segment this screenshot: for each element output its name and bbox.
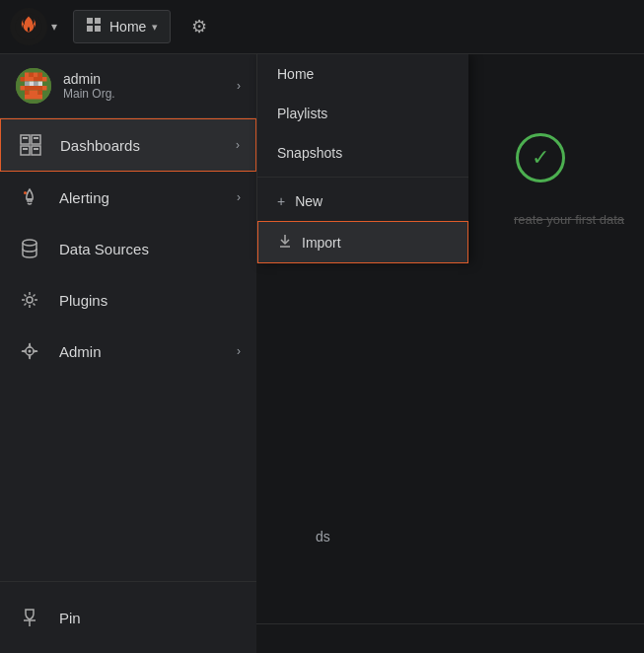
admin-icon xyxy=(16,337,43,365)
svg-rect-9 xyxy=(38,73,43,78)
submenu-import-label: Import xyxy=(302,235,341,251)
svg-rect-11 xyxy=(25,77,34,82)
svg-rect-4 xyxy=(95,26,101,32)
svg-rect-16 xyxy=(34,82,38,87)
dashboards-submenu: Home Playlists Snapshots + New Import xyxy=(256,54,468,263)
user-name: admin xyxy=(63,71,237,87)
svg-line-44 xyxy=(25,304,27,306)
svg-rect-14 xyxy=(25,82,30,87)
check-circle: ✓ xyxy=(516,133,565,182)
submenu-item-home[interactable]: Home xyxy=(257,54,468,94)
svg-rect-30 xyxy=(23,148,28,150)
sidebar-dashboards-arrow: › xyxy=(236,138,240,152)
submenu-item-snapshots[interactable]: Snapshots xyxy=(257,133,468,173)
settings-icon: ⚙ xyxy=(191,16,207,37)
svg-rect-34 xyxy=(24,191,27,194)
sidebar-item-alerting[interactable]: Alerting › xyxy=(0,172,256,223)
svg-rect-27 xyxy=(32,135,40,144)
svg-line-41 xyxy=(25,295,27,297)
sidebar-item-alerting-label: Alerting xyxy=(59,189,109,206)
content-ds-label: ds xyxy=(316,529,330,544)
svg-rect-31 xyxy=(34,137,38,139)
home-dropdown-arrow: ▾ xyxy=(152,21,158,34)
import-download-icon xyxy=(278,234,292,251)
svg-line-42 xyxy=(34,304,36,306)
sidebar-item-dashboards-label: Dashboards xyxy=(60,137,140,154)
alerting-icon xyxy=(16,183,43,211)
sidebar-item-datasources[interactable]: Data Sources xyxy=(0,223,256,274)
user-info: admin Main Org. xyxy=(63,71,237,101)
svg-rect-7 xyxy=(30,73,35,78)
submenu-home-label: Home xyxy=(277,66,314,82)
svg-rect-33 xyxy=(28,199,32,201)
sidebar-item-datasources-label: Data Sources xyxy=(59,241,149,257)
svg-rect-28 xyxy=(32,146,40,155)
svg-rect-15 xyxy=(30,82,35,87)
settings-button[interactable]: ⚙ xyxy=(180,8,218,45)
submenu-playlists-label: Playlists xyxy=(277,106,327,121)
pin-icon xyxy=(16,604,43,631)
svg-rect-32 xyxy=(34,148,38,150)
submenu-new-label: New xyxy=(295,193,322,209)
svg-rect-3 xyxy=(87,26,93,32)
svg-rect-8 xyxy=(34,73,38,78)
sidebar-item-plugins[interactable]: Plugins xyxy=(0,274,256,326)
svg-rect-20 xyxy=(42,86,47,91)
submenu-item-playlists[interactable]: Playlists xyxy=(257,94,468,133)
plugins-icon xyxy=(16,286,43,314)
new-plus-icon: + xyxy=(277,193,285,209)
svg-rect-29 xyxy=(23,137,28,139)
sidebar-item-pin[interactable]: Pin xyxy=(0,592,256,643)
svg-rect-19 xyxy=(25,86,42,91)
svg-line-43 xyxy=(34,295,36,297)
sidebar-item-admin[interactable]: Admin › xyxy=(0,326,256,377)
user-arrow: › xyxy=(237,79,241,93)
sidebar-admin-arrow: › xyxy=(237,344,241,358)
svg-rect-23 xyxy=(38,91,43,96)
sidebar-item-plugins-label: Plugins xyxy=(59,292,107,309)
user-org: Main Org. xyxy=(63,87,237,101)
dashboards-icon xyxy=(17,131,44,159)
submenu-snapshots-label: Snapshots xyxy=(277,145,342,161)
grafana-logo[interactable] xyxy=(10,8,47,45)
svg-rect-17 xyxy=(38,82,43,87)
home-label: Home xyxy=(109,19,146,35)
svg-rect-12 xyxy=(34,77,42,82)
svg-rect-24 xyxy=(25,95,42,100)
svg-point-36 xyxy=(27,297,33,303)
user-section[interactable]: admin Main Org. › xyxy=(0,54,256,118)
sidebar-footer: Pin xyxy=(0,581,256,653)
sidebar-item-dashboards[interactable]: Dashboards › xyxy=(0,118,256,172)
sidebar-item-pin-label: Pin xyxy=(59,610,81,626)
home-button[interactable]: Home ▾ xyxy=(73,10,171,43)
svg-rect-10 xyxy=(21,77,26,82)
avatar xyxy=(16,68,51,104)
svg-rect-2 xyxy=(95,18,101,24)
content-hint-text: reate your first data xyxy=(514,212,624,227)
home-grid-icon xyxy=(86,17,102,36)
navbar: ▾ Home ▾ ⚙ xyxy=(0,0,644,54)
svg-rect-25 xyxy=(21,135,30,144)
sidebar-alerting-arrow: › xyxy=(237,190,241,204)
logo-dropdown-arrow[interactable]: ▾ xyxy=(51,20,57,34)
svg-rect-1 xyxy=(87,18,93,24)
sidebar-item-admin-label: Admin xyxy=(59,343,102,360)
svg-rect-26 xyxy=(21,146,30,155)
datasources-icon xyxy=(16,235,43,262)
svg-point-35 xyxy=(23,240,36,246)
svg-rect-22 xyxy=(30,91,38,96)
submenu-item-import[interactable]: Import xyxy=(257,221,468,263)
svg-rect-6 xyxy=(25,73,30,78)
svg-rect-18 xyxy=(21,86,26,91)
submenu-item-new[interactable]: + New xyxy=(257,181,468,221)
svg-point-46 xyxy=(29,350,32,353)
svg-rect-21 xyxy=(25,91,30,96)
svg-rect-13 xyxy=(42,77,47,82)
submenu-divider xyxy=(257,177,468,178)
sidebar: admin Main Org. › Dashboards › xyxy=(0,54,256,653)
